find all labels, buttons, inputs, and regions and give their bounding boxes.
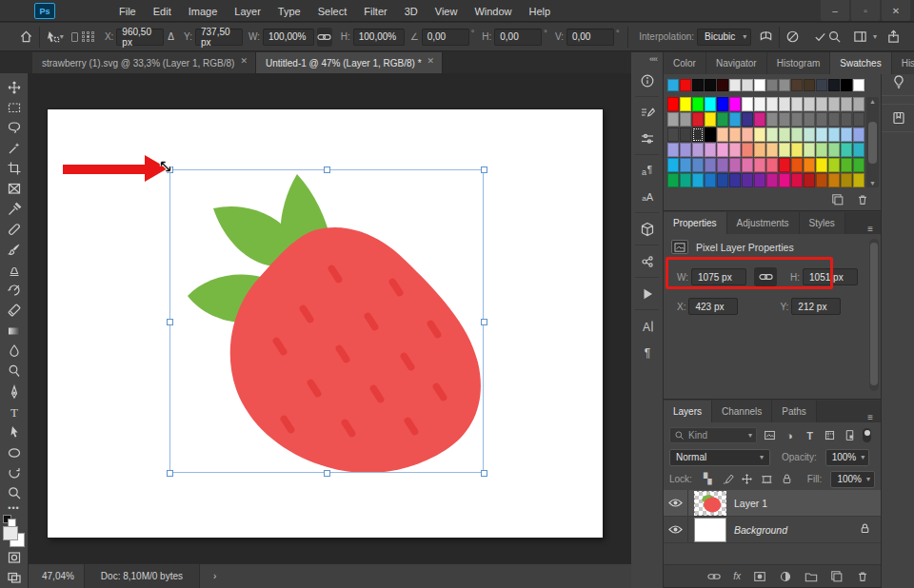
swatch-3-2[interactable] [692, 143, 704, 157]
frame-tool[interactable] [2, 179, 27, 199]
swatch-2-3[interactable] [705, 127, 716, 142]
swatch-3-4[interactable] [717, 143, 728, 157]
menu-file[interactable]: File [110, 0, 145, 22]
pen-tool[interactable] [2, 382, 27, 402]
layers-tab-channels[interactable]: Channels [712, 401, 772, 422]
swatch-4-12[interactable] [816, 158, 827, 172]
home-icon[interactable] [19, 29, 33, 44]
menu-filter[interactable]: Filter [355, 0, 395, 22]
panel-menu-icon[interactable]: ≡ [860, 224, 881, 234]
layer-name[interactable]: Background [734, 524, 787, 536]
swatch-1-15[interactable] [853, 112, 864, 127]
swatch-2-5[interactable] [729, 127, 741, 142]
recent-swatch-8[interactable] [766, 79, 778, 91]
actions-play-panel-icon[interactable] [631, 281, 664, 306]
character-panel-icon[interactable]: A [631, 313, 664, 339]
transform-handle-middle-right[interactable] [481, 319, 487, 325]
swatch-4-4[interactable] [717, 158, 728, 172]
recent-swatch-14[interactable] [841, 79, 852, 91]
workspace-switcher-icon[interactable] [853, 29, 867, 44]
type-tool[interactable]: T [2, 402, 27, 421]
eraser-tool[interactable] [2, 301, 27, 321]
spot-healing-brush-tool[interactable] [2, 219, 27, 239]
swatch-0-15[interactable] [853, 97, 864, 111]
panel-menu-icon[interactable]: ≡ [860, 412, 881, 422]
lasso-tool[interactable] [2, 118, 27, 138]
maintain-aspect-ratio-button[interactable] [317, 28, 332, 47]
document-tab-1[interactable]: strawberry (1).svg @ 33,3% (Layer 1, RGB… [32, 52, 256, 73]
path-selection-tool[interactable] [2, 422, 27, 442]
swatch-3-0[interactable] [667, 143, 679, 157]
lock-transparent-pixels-icon[interactable]: ▚ [701, 473, 715, 485]
swatch-2-2[interactable] [692, 127, 704, 142]
glyphs-panel-icon[interactable]: aA [631, 184, 664, 209]
swatch-5-12[interactable] [816, 173, 827, 187]
properties-tab-adjustments[interactable]: Adjustments [727, 212, 800, 234]
swatch-4-3[interactable] [705, 158, 716, 172]
layer-style-fx-icon[interactable]: fx [733, 571, 741, 581]
swatch-0-1[interactable] [680, 97, 691, 111]
swatch-5-1[interactable] [680, 173, 691, 187]
link-layers-icon[interactable] [707, 570, 721, 583]
swatch-2-4[interactable] [717, 127, 728, 142]
transform-handle-bottom-center[interactable] [324, 470, 330, 477]
swatch-2-6[interactable] [742, 127, 753, 142]
scrollbar-thumb[interactable] [868, 122, 877, 164]
rotate-view-tool[interactable] [2, 462, 27, 482]
properties-tab-styles[interactable]: Styles [800, 212, 845, 234]
transform-handle-bottom-left[interactable] [167, 470, 173, 477]
swatch-4-5[interactable] [729, 158, 741, 172]
swatch-0-11[interactable] [804, 97, 815, 111]
swatch-1-4[interactable] [717, 112, 728, 127]
close-tab-icon[interactable]: ✕ [240, 56, 248, 66]
relative-position-icon[interactable]: Δ [168, 31, 174, 42]
swatch-4-6[interactable] [742, 158, 753, 172]
swatch-2-14[interactable] [841, 127, 852, 142]
swatch-0-4[interactable] [717, 97, 728, 111]
scroll-up-icon[interactable]: ▲ [869, 98, 876, 105]
recent-swatch-1[interactable] [680, 79, 691, 91]
layer-thumbnail[interactable] [694, 518, 726, 542]
warp-mode-icon[interactable] [759, 29, 773, 44]
swatch-5-7[interactable] [754, 173, 765, 187]
swatch-3-15[interactable] [853, 143, 864, 157]
recent-swatch-0[interactable] [667, 79, 679, 91]
status-chevron-icon[interactable]: › [200, 571, 216, 581]
menu-type[interactable]: Type [269, 0, 309, 22]
swatch-4-1[interactable] [680, 158, 691, 172]
screen-mode-button[interactable] [2, 568, 27, 588]
gradient-tool[interactable] [2, 321, 27, 341]
minimize-button[interactable]: – [821, 0, 849, 21]
y-position-field[interactable]: 737,50 px [195, 29, 243, 46]
swatch-0-0[interactable] [667, 97, 679, 111]
info-panel-icon[interactable] [631, 68, 664, 93]
swatch-2-8[interactable] [766, 127, 778, 142]
link-dimensions-button[interactable] [754, 267, 777, 286]
recent-swatch-12[interactable] [816, 79, 827, 91]
layer-height-field[interactable]: 1051 px [803, 268, 858, 285]
swatch-1-8[interactable] [766, 112, 778, 127]
lock-image-pixels-icon[interactable] [721, 473, 735, 485]
swatch-4-0[interactable] [667, 158, 679, 172]
brush-settings-panel-icon[interactable] [631, 126, 664, 151]
maximize-button[interactable]: ▫ [851, 0, 880, 21]
swatches-tab-color[interactable]: Color [664, 52, 706, 74]
blur-tool[interactable] [2, 341, 27, 361]
swatch-3-1[interactable] [680, 143, 691, 157]
filter-adjustment-layers-icon[interactable]: ◑ [783, 430, 797, 441]
quick-mask-mode-button[interactable] [2, 547, 27, 567]
foreground-color-swatch[interactable] [3, 526, 18, 540]
recent-swatch-2[interactable] [692, 79, 704, 91]
swatch-0-6[interactable] [742, 97, 753, 111]
document-size-indicator[interactable]: Doc: 8,10M/0 bytes [84, 564, 200, 588]
height-scale-field[interactable]: 100,00% [353, 29, 405, 46]
commit-transform-icon[interactable] [813, 29, 827, 44]
swatch-0-7[interactable] [754, 97, 765, 111]
menu-image[interactable]: Image [180, 0, 227, 22]
swatch-0-9[interactable] [779, 97, 790, 111]
swatch-0-13[interactable] [828, 97, 840, 111]
swatch-4-10[interactable] [791, 158, 803, 172]
quick-selection-tool[interactable] [2, 138, 27, 158]
properties-scrollbar[interactable] [869, 239, 879, 391]
swatch-1-10[interactable] [791, 112, 803, 127]
